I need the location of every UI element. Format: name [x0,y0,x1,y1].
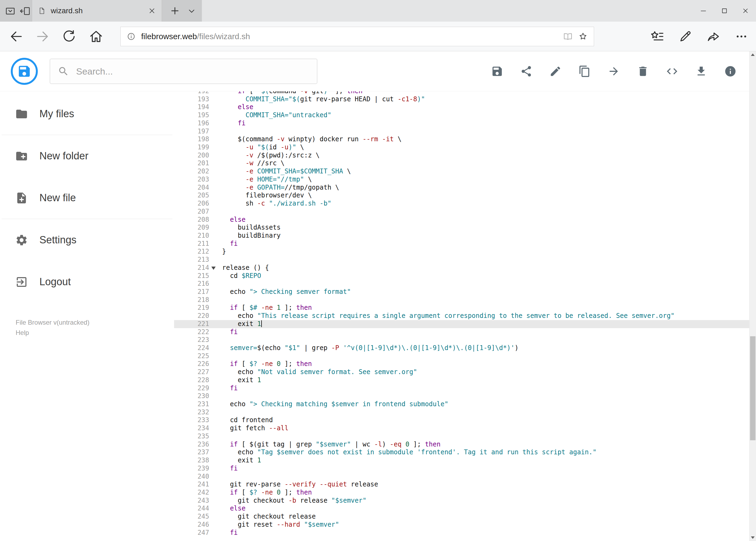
fold-marker-icon[interactable] [211,267,216,272]
code-line-229[interactable]: 229 fi [174,384,749,392]
code-line-221[interactable]: 221 exit 1 [174,320,749,328]
sidebar-item-my-files[interactable]: My files [0,93,174,135]
sidebar-item-settings[interactable]: Settings [0,219,174,261]
code-line-204[interactable]: 204 -e GOPATH=//tmp/gopath \ [174,184,749,192]
share-button[interactable] [706,29,721,44]
code-line-196[interactable]: 196 fi [174,119,749,128]
raw-button[interactable] [666,65,678,78]
sidebar-item-logout[interactable]: Logout [0,261,174,303]
code-line-235[interactable]: 235 [174,432,749,440]
rename-button[interactable] [549,65,562,78]
code-line-193[interactable]: 193 COMMIT_SHA="$(git rev-parse HEAD | c… [174,95,749,104]
more-options-button[interactable] [734,29,749,44]
code-line-208[interactable]: 208 else [174,216,749,224]
minimize-button[interactable] [693,0,714,22]
code-line-240[interactable]: 240 [174,473,749,481]
code-line-201[interactable]: 201 -w //src \ [174,159,749,168]
code-line-228[interactable]: 228 exit 1 [174,376,749,384]
code-line-234[interactable]: 234 git fetch --all [174,424,749,432]
tabs-preview-button[interactable] [4,5,16,17]
copy-button[interactable] [579,65,591,78]
code-line-218[interactable]: 218 [174,296,749,304]
code-line-230[interactable]: 230 [174,392,749,400]
code-line-243[interactable]: 243 git checkout -b release "$semver" [174,497,749,505]
save-button[interactable] [491,65,503,78]
code-line-227[interactable]: 227 echo "Not valid semver format. See s… [174,368,749,376]
move-button[interactable] [608,65,620,78]
sidebar-item-new-file[interactable]: New file [0,177,174,219]
code-line-216[interactable]: 216 [174,280,749,288]
scrollbar-thumb[interactable] [750,336,755,440]
help-link[interactable]: Help [16,327,32,338]
code-line-217[interactable]: 217 echo "> Checking semver format" [174,288,749,296]
maximize-button[interactable] [714,0,735,22]
refresh-button[interactable] [62,29,77,44]
code-line-214[interactable]: 214release () { [174,264,749,272]
code-line-205[interactable]: 205 filebrowser/dev \ [174,192,749,200]
code-line-212[interactable]: 212} [174,248,749,256]
code-editor-area[interactable]: 192 if [ "$(command -v git)" ]; then193 … [174,91,749,541]
favorites-hub-button[interactable] [650,29,665,44]
code-line-213[interactable]: 213 [174,256,749,264]
info-button[interactable] [724,65,737,78]
code-line-199[interactable]: 199 -u "$(id -u)" \ [174,144,749,152]
delete-button[interactable] [637,65,649,78]
back-button[interactable] [9,29,24,44]
code-line-225[interactable]: 225 [174,352,749,360]
code-line-231[interactable]: 231 echo "> Checking matching $semver in… [174,400,749,408]
code-line-223[interactable]: 223 [174,336,749,344]
search-box[interactable] [50,59,317,84]
code-line-207[interactable]: 207 [174,208,749,216]
code-line-219[interactable]: 219 if [ $# -ne 1 ]; then [174,304,749,312]
code-line-198[interactable]: 198 $(command -v winpty) docker run --rm… [174,135,749,144]
code-line-209[interactable]: 209 buildAssets [174,224,749,232]
home-button[interactable] [89,29,104,44]
code-line-232[interactable]: 232 [174,408,749,416]
code-line-200[interactable]: 200 -v /$(pwd):/src:z \ [174,152,749,160]
code-line-203[interactable]: 203 -e HOME="//tmp" \ [174,176,749,184]
tabs-aside-button[interactable] [19,5,31,17]
site-info-icon[interactable] [126,32,136,41]
code-line-238[interactable]: 238 exit 1 [174,456,749,465]
code-line-226[interactable]: 226 if [ $? -ne 0 ]; then [174,360,749,368]
address-bar[interactable]: filebrowser.web/files/wizard.sh [121,27,594,46]
forward-button[interactable] [35,29,50,44]
search-input[interactable] [76,66,309,77]
code-line-247[interactable]: 247 fi [174,529,749,537]
code-line-215[interactable]: 215 cd $REPO [174,272,749,280]
scroll-up-button[interactable] [750,51,756,58]
code-line-195[interactable]: 195 COMMIT_SHA="untracked" [174,111,749,119]
new-tab-button[interactable] [169,5,180,16]
code-line-202[interactable]: 202 -e COMMIT_SHA=$COMMIT_SHA \ [174,168,749,176]
scroll-down-button[interactable] [750,534,756,541]
sidebar-item-new-folder[interactable]: New folder [0,135,174,177]
code-line-192[interactable]: 192 if [ "$(command -v git)" ]; then [174,91,749,95]
code-line-237[interactable]: 237 echo "Tag $semver does not exist in … [174,448,749,456]
tab-wizard-sh[interactable]: wizard.sh [32,0,162,22]
code-line-233[interactable]: 233 cd frontend [174,416,749,424]
reading-view-icon[interactable] [563,32,573,41]
code-line-239[interactable]: 239 fi [174,465,749,473]
tab-list-button[interactable] [187,7,196,15]
favorite-star-icon[interactable] [578,32,588,41]
code-line-210[interactable]: 210 buildBinary [174,232,749,240]
code-line-246[interactable]: 246 git reset --hard "$semver" [174,521,749,529]
close-icon[interactable] [148,7,156,15]
web-notes-button[interactable] [678,29,693,44]
code-line-211[interactable]: 211 fi [174,240,749,248]
code-line-224[interactable]: 224 semver=$(echo "$1" | grep -P '^v(0|[… [174,344,749,352]
code-line-197[interactable]: 197 [174,128,749,136]
close-button[interactable] [735,0,756,22]
code-line-245[interactable]: 245 git checkout release [174,513,749,521]
page-scrollbar[interactable] [749,51,756,541]
code-line-194[interactable]: 194 else [174,103,749,111]
code-line-220[interactable]: 220 echo "This release script requires a… [174,312,749,320]
share-button[interactable] [520,65,533,78]
code-line-244[interactable]: 244 else [174,505,749,513]
code-line-206[interactable]: 206 sh -c "./wizard.sh -b" [174,200,749,208]
download-button[interactable] [695,65,707,78]
code-line-222[interactable]: 222 fi [174,328,749,336]
filebrowser-logo[interactable] [11,58,38,85]
code-line-241[interactable]: 241 git rev-parse --verify --quiet relea… [174,480,749,489]
code-line-242[interactable]: 242 if [ $? -ne 0 ]; then [174,489,749,497]
